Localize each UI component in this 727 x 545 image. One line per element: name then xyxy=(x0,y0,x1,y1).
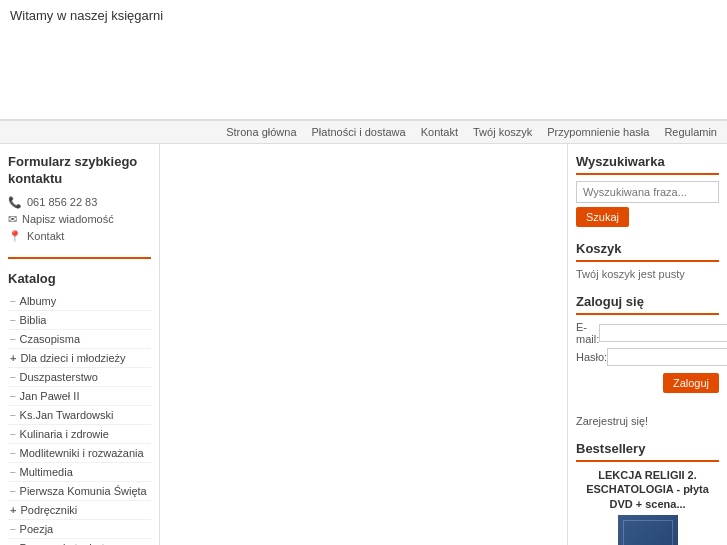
contact-section: Formularz szybkiego kontaktu 📞 061 856 2… xyxy=(8,154,151,259)
main-layout: Formularz szybkiego kontaktu 📞 061 856 2… xyxy=(0,144,727,545)
dash-icon: – xyxy=(10,333,16,344)
nav-item-cart[interactable]: Twój koszyk xyxy=(473,126,532,138)
catalog-item-pomoce[interactable]: – Pomoce katechetyczne xyxy=(8,539,151,545)
catalog-item-jan-pawel[interactable]: – Jan Paweł II xyxy=(8,387,151,406)
search-input[interactable] xyxy=(576,181,719,203)
dash-icon: – xyxy=(10,371,16,382)
password-field-row: Hasło: xyxy=(576,348,719,366)
contact-message[interactable]: ✉ Napisz wiadomość xyxy=(8,213,151,226)
catalog-item-biblia[interactable]: – Biblia xyxy=(8,311,151,330)
password-input[interactable] xyxy=(607,348,727,366)
catalog-item-poezja[interactable]: – Poezja xyxy=(8,520,151,539)
nav-item-home[interactable]: Strona główna xyxy=(226,126,296,138)
nav-item-contact[interactable]: Kontakt xyxy=(421,126,458,138)
email-field-row: E-mail: xyxy=(576,321,719,345)
catalog-item-modlitewniki[interactable]: – Modlitewniki i rozważania xyxy=(8,444,151,463)
dash-icon: – xyxy=(10,314,16,325)
catalog-item-komunia[interactable]: – Pierwsza Komunia Święta xyxy=(8,482,151,501)
cart-widget-title: Koszyk xyxy=(576,241,719,262)
cart-empty-text: Twój koszyk jest pusty xyxy=(576,268,719,280)
search-button[interactable]: Szukaj xyxy=(576,207,629,227)
search-widget: Wyszukiwarka Szukaj xyxy=(576,154,719,227)
register-link[interactable]: Zarejestruj się! xyxy=(576,415,719,427)
catalog-title: Katalog xyxy=(8,271,151,286)
bestsellers-widget: Bestsellery LEKCJA RELIGII 2. ESCHATOLOG… xyxy=(576,441,719,545)
dash-icon: – xyxy=(10,523,16,534)
password-label: Hasło: xyxy=(576,351,607,363)
contact-link-item[interactable]: 📍 Kontakt xyxy=(8,230,151,243)
login-button[interactable]: Zaloguj xyxy=(663,373,719,393)
catalog-item-dzieci[interactable]: + Dla dzieci i młodzieży xyxy=(8,349,151,368)
header-banner: Witamy w naszej księgarni xyxy=(0,0,727,120)
email-icon: ✉ xyxy=(8,213,17,226)
left-sidebar: Formularz szybkiego kontaktu 📞 061 856 2… xyxy=(0,144,160,545)
catalog-item-albumy[interactable]: – Albumy xyxy=(8,292,151,311)
nav-item-terms[interactable]: Regulamin xyxy=(664,126,717,138)
content-area xyxy=(160,144,567,545)
register-anchor[interactable]: Zarejestruj się! xyxy=(576,415,648,427)
login-button-row: Zaloguj xyxy=(576,369,719,393)
bestseller-product-image[interactable] xyxy=(618,515,678,545)
search-widget-title: Wyszukiwarka xyxy=(576,154,719,175)
login-widget: Zaloguj się E-mail: Hasło: Zaloguj Zarej… xyxy=(576,294,719,427)
catalog-item-duszpasterstwo[interactable]: – Duszpasterstwo xyxy=(8,368,151,387)
bestseller-product-title: LEKCJA RELIGII 2. ESCHATOLOGIA - płyta D… xyxy=(576,468,719,511)
cart-widget: Koszyk Twój koszyk jest pusty xyxy=(576,241,719,280)
contact-phone: 📞 061 856 22 83 xyxy=(8,196,151,209)
nav-item-payments[interactable]: Płatności i dostawa xyxy=(312,126,406,138)
contact-page-link[interactable]: Kontakt xyxy=(27,230,64,242)
contact-title: Formularz szybkiego kontaktu xyxy=(8,154,151,188)
dash-icon: – xyxy=(10,447,16,458)
contact-icon: 📍 xyxy=(8,230,22,243)
plus-icon: + xyxy=(10,352,16,364)
write-message-link[interactable]: Napisz wiadomość xyxy=(22,213,114,225)
login-widget-title: Zaloguj się xyxy=(576,294,719,315)
dash-icon: – xyxy=(10,485,16,496)
dash-icon: – xyxy=(10,428,16,439)
catalog-item-kulinaria[interactable]: – Kulinaria i zdrowie xyxy=(8,425,151,444)
email-input[interactable] xyxy=(599,324,727,342)
phone-icon: 📞 xyxy=(8,196,22,209)
bestseller-item: LEKCJA RELIGII 2. ESCHATOLOGIA - płyta D… xyxy=(576,468,719,545)
nav-item-reminder[interactable]: Przypomnienie hasła xyxy=(547,126,649,138)
catalog-item-podreczniki[interactable]: + Podręczniki xyxy=(8,501,151,520)
catalog-section: Katalog – Albumy – Biblia – Czasopisma +… xyxy=(8,271,151,545)
email-label: E-mail: xyxy=(576,321,599,345)
dash-icon: – xyxy=(10,295,16,306)
dash-icon: – xyxy=(10,390,16,401)
catalog-item-multimedia[interactable]: – Multimedia xyxy=(8,463,151,482)
dash-icon: – xyxy=(10,409,16,420)
catalog-item-czasopisma[interactable]: – Czasopisma xyxy=(8,330,151,349)
nav-bar: Strona główna Płatności i dostawa Kontak… xyxy=(0,120,727,144)
right-sidebar: Wyszukiwarka Szukaj Koszyk Twój koszyk j… xyxy=(567,144,727,545)
bestsellers-title: Bestsellery xyxy=(576,441,719,462)
header-title: Witamy w naszej księgarni xyxy=(10,8,163,23)
catalog-item-twardowski[interactable]: – Ks.Jan Twardowski xyxy=(8,406,151,425)
dash-icon: – xyxy=(10,466,16,477)
plus-icon: + xyxy=(10,504,16,516)
